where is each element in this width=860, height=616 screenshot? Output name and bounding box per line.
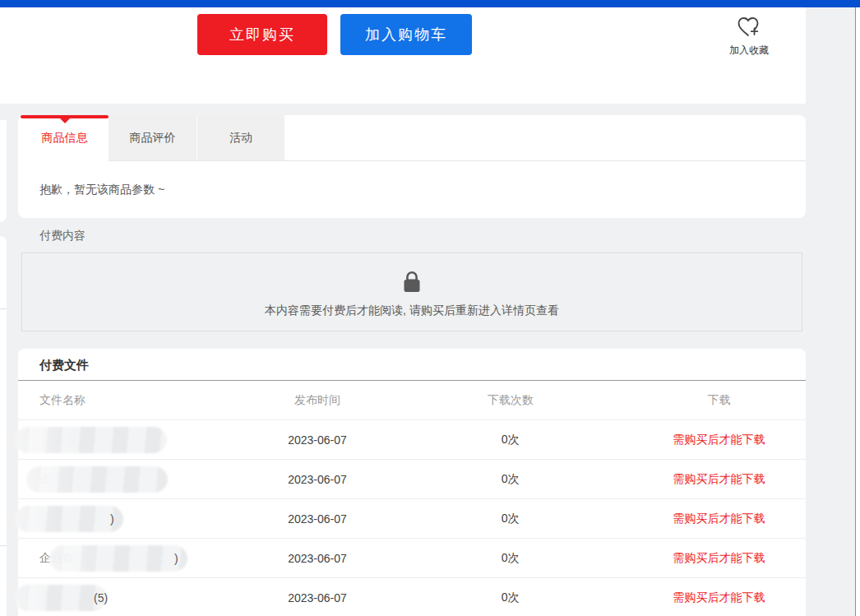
table-row: 2023-06-07 0次 需购买后才能下载	[18, 420, 806, 460]
product-action-section: 立即购买 加入购物车 加入收藏	[0, 7, 806, 104]
lock-icon	[22, 271, 802, 297]
table-row: 企业数 ) 2023-06-07 0次 需购买后才能下载	[18, 539, 806, 578]
file-publish-date: 2023-06-07	[247, 591, 388, 604]
table-row: 企 2023-06-07 0次 需购买后才能下载	[18, 460, 806, 499]
file-name-fragment-suffix: (5)	[94, 591, 108, 604]
paid-files-panel: 付费文件 文件名称 发布时间 下载次数 下载 2023-06-07 0次 需购买…	[18, 349, 806, 616]
file-download-count: 0次	[388, 591, 632, 605]
left-cutoff-panel-bottom	[0, 236, 7, 616]
file-download-link[interactable]: 需购买后才能下载	[632, 472, 806, 487]
file-download-count: 0次	[388, 551, 632, 566]
redaction-blob	[15, 506, 123, 532]
table-row: ) 2023-06-07 0次 需购买后才能下载	[18, 499, 806, 539]
tab-filler	[284, 115, 806, 161]
file-name-fragment-suffix: )	[110, 512, 114, 526]
locked-content-box: 本内容需要付费后才能阅读, 请购买后重新进入详情页查看	[21, 252, 802, 331]
file-publish-date: 2023-06-07	[247, 433, 388, 447]
file-download-link[interactable]: 需购买后才能下载	[632, 512, 806, 526]
file-name-redacted	[18, 427, 247, 453]
main-content-column: 商品信息 商品评价 活动 抱歉，暂无该商品参数 ~ 付费内容 本内容需要付费后才…	[18, 115, 806, 616]
paid-files-header-row: 文件名称 发布时间 下载次数 下载	[18, 381, 806, 420]
redaction-blob	[49, 545, 187, 572]
column-header-publish-date: 发布时间	[247, 393, 388, 408]
file-download-count: 0次	[388, 472, 632, 487]
file-publish-date: 2023-06-07	[247, 552, 388, 565]
buy-now-button[interactable]: 立即购买	[197, 14, 327, 55]
top-blue-bar	[0, 0, 860, 7]
file-download-link[interactable]: 需购买后才能下载	[632, 433, 806, 447]
tab-activity[interactable]: 活动	[197, 115, 284, 161]
file-name-redacted: )	[18, 506, 247, 532]
file-name-redacted: 企业数 )	[18, 545, 247, 572]
file-download-count: 0次	[388, 433, 632, 447]
file-publish-date: 2023-06-07	[247, 512, 388, 526]
add-to-favorites-button[interactable]: 加入收藏	[721, 16, 777, 58]
paid-files-body: 2023-06-07 0次 需购买后才能下载 企 2023-06-07 0次 需…	[18, 420, 806, 616]
left-panel-divider	[0, 545, 7, 546]
product-detail-page: 立即购买 加入购物车 加入收藏 商品信息 商品评价 活动 抱歉，暂无该商品参数 …	[0, 0, 860, 616]
left-cutoff-panel-top	[0, 120, 7, 222]
file-name-redacted: (5)	[18, 585, 247, 611]
file-name-redacted: 企	[18, 466, 247, 493]
paid-content-section-title: 付费内容	[18, 218, 806, 252]
file-download-count: 0次	[388, 512, 632, 526]
product-info-panel: 商品信息 商品评价 活动 抱歉，暂无该商品参数 ~	[18, 115, 806, 218]
file-download-link[interactable]: 需购买后才能下载	[632, 551, 806, 566]
file-name-fragment-suffix: )	[174, 552, 178, 565]
paid-files-title: 付费文件	[18, 349, 806, 381]
tab-product-reviews[interactable]: 商品评价	[109, 115, 197, 161]
add-to-favorites-label: 加入收藏	[721, 44, 777, 58]
file-download-link[interactable]: 需购买后才能下载	[632, 591, 806, 605]
column-header-download-count: 下载次数	[388, 393, 632, 408]
add-to-cart-button[interactable]: 加入购物车	[340, 14, 472, 55]
file-publish-date: 2023-06-07	[247, 473, 388, 486]
table-row: (5) 2023-06-07 0次 需购买后才能下载	[18, 578, 806, 616]
heart-plus-icon	[737, 27, 761, 41]
left-panel-divider	[0, 308, 7, 309]
tab-product-info[interactable]: 商品信息	[21, 115, 109, 161]
redaction-blob	[15, 427, 167, 453]
column-header-file-name: 文件名称	[18, 393, 247, 408]
window-edge-line	[855, 7, 856, 616]
detail-tabs: 商品信息 商品评价 活动	[18, 115, 806, 161]
no-parameters-message: 抱歉，暂无该商品参数 ~	[18, 161, 806, 217]
redaction-blob	[26, 466, 168, 493]
column-header-download: 下载	[632, 393, 806, 408]
locked-content-message: 本内容需要付费后才能阅读, 请购买后重新进入详情页查看	[22, 303, 802, 318]
